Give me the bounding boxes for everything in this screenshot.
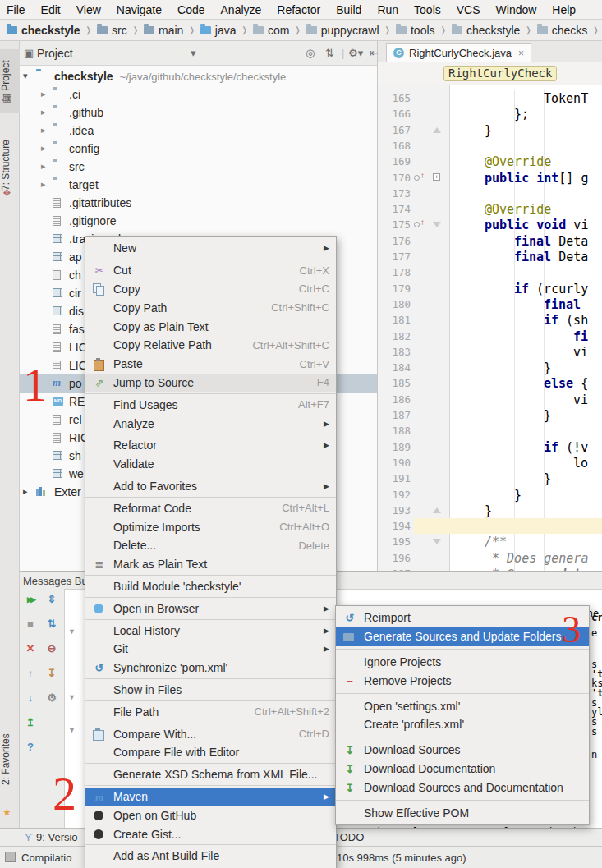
menu-item-maven[interactable]: mMaven▶ <box>85 788 336 806</box>
menu-item-mark-as-plain-text[interactable]: ≣Mark as Plain Text <box>85 555 336 574</box>
code-line-184[interactable]: 184} <box>378 360 602 375</box>
code-line-169[interactable]: 169@Override <box>378 154 602 169</box>
tree-row--gitattributes[interactable]: .gitattributes <box>20 194 377 212</box>
menubar-item-tools[interactable]: Tools <box>414 3 441 16</box>
menubar-item-code[interactable]: Code <box>177 3 204 16</box>
menu-item-show-effective-pom[interactable]: Show Effective POM <box>336 803 589 822</box>
tree-expand-icon[interactable]: ▸ <box>41 179 46 190</box>
fold-arrow-icon[interactable]: ▼ <box>68 726 76 734</box>
code-line-195[interactable]: 195/** <box>378 534 602 549</box>
tree-row--github[interactable]: ▸.github <box>20 103 377 122</box>
menu-item-open-settings-xml-[interactable]: Open 'settings.xml' <box>336 696 589 715</box>
breadcrumb-item-puppycrawl[interactable]: puppycrawl <box>305 24 381 37</box>
down-icon[interactable]: ↓ <box>23 691 38 705</box>
menu-item-generate-sources-and-update-folders[interactable]: Generate Sources and Update Folders <box>336 627 589 646</box>
code-line-180[interactable]: 180final <box>378 296 602 312</box>
fold-arrow-icon[interactable]: ▼ <box>68 627 76 636</box>
menubar-item-help[interactable]: Help <box>552 3 576 16</box>
gear-icon[interactable]: ⚙▾ <box>348 47 363 59</box>
menubar-item-window[interactable]: Window <box>496 3 537 16</box>
locate-icon[interactable]: ◎ <box>306 47 315 59</box>
tree-expand-icon[interactable]: ▸ <box>41 89 46 99</box>
menu-item-git[interactable]: Git▶ <box>85 640 336 659</box>
menu-item-local-history[interactable]: Local History▶ <box>85 621 336 640</box>
sidebar-tab-2-favorites[interactable]: 2: Favorites <box>0 723 20 797</box>
menu-item-open-in-browser[interactable]: Open in Browser▶ <box>85 599 336 618</box>
breadcrumb-item-checkstyle[interactable]: checkstyle <box>5 24 82 37</box>
tree-row-checkstyle[interactable]: ▾checkstyle~/java/github/checkstyle/chec… <box>20 67 377 85</box>
expand-all-icon[interactable]: ⇕ <box>44 592 59 607</box>
fold-marker-icon[interactable]: + <box>433 173 440 181</box>
tree-row-config[interactable]: ▸config <box>20 140 377 158</box>
breadcrumb-item-checks[interactable]: checks <box>535 24 590 37</box>
code-line-192[interactable]: 192} <box>378 487 602 503</box>
breadcrumb-item-main[interactable]: main <box>142 24 185 37</box>
code-line-177[interactable]: 177final Deta <box>378 249 602 264</box>
collapse-all-icon[interactable]: ⇅ <box>325 47 334 59</box>
code-line-196[interactable]: 196 * Does genera <box>378 550 602 566</box>
close-icon[interactable]: × <box>518 48 524 59</box>
code-line-188[interactable]: 188 <box>378 423 602 439</box>
menu-item-create-profiles-xml-[interactable]: Create 'profiles.xml' <box>336 715 589 734</box>
code-line-189[interactable]: 189if (!v <box>378 439 602 455</box>
menubar-item-build[interactable]: Build <box>336 3 361 16</box>
chevron-down-icon[interactable]: ▾ <box>191 47 196 59</box>
tab-todo[interactable]: TODO <box>333 831 364 843</box>
help-icon[interactable]: ? <box>23 740 38 755</box>
menu-item-validate[interactable]: Validate <box>85 455 336 474</box>
fold-marker-icon[interactable] <box>433 507 441 513</box>
menu-item-copy[interactable]: CopyCtrl+C <box>85 280 336 299</box>
breadcrumb-item-src[interactable]: src <box>95 24 129 37</box>
menubar-item-navigate[interactable]: Navigate <box>117 3 162 16</box>
code-line-173[interactable]: 173 <box>378 186 602 201</box>
tree-expand-icon[interactable]: ▾ <box>23 71 28 81</box>
import-icon[interactable]: ↧ <box>44 666 59 681</box>
menu-item-generate-xsd-schema-from-xml-file-[interactable]: Generate XSD Schema from XML File... <box>85 765 336 784</box>
up-icon[interactable]: ↑ <box>23 666 38 681</box>
menu-item-copy-path[interactable]: Copy PathCtrl+Shift+C <box>85 298 336 317</box>
suspend-icon[interactable]: ⊖ <box>44 641 59 656</box>
tree-row-target[interactable]: ▸target <box>20 176 377 194</box>
code-line-190[interactable]: 190lo <box>378 455 602 471</box>
menu-item-reformat-code[interactable]: Reformat CodeCtrl+Alt+L <box>85 498 336 517</box>
menubar-item-analyze[interactable]: Analyze <box>221 3 262 16</box>
menu-item-compare-with-[interactable]: Compare With...Ctrl+D <box>85 724 336 743</box>
code-line-194[interactable]: 194 <box>378 518 602 534</box>
code-line-187[interactable]: 187} <box>378 407 602 423</box>
menu-item-ignore-projects[interactable]: Ignore Projects <box>336 653 589 672</box>
code-line-168[interactable]: 168 <box>378 138 602 154</box>
menu-item-jump-to-source[interactable]: ⇗Jump to SourceF4 <box>85 374 336 393</box>
menu-item-add-to-favorites[interactable]: Add to Favorites▶ <box>85 477 336 496</box>
menu-item-open-on-github[interactable]: Open on GitHub <box>85 806 336 824</box>
code-line-183[interactable]: 183vi <box>378 344 602 360</box>
fold-marker-icon[interactable] <box>433 127 441 133</box>
stop-icon[interactable]: ■ <box>23 617 38 631</box>
code-line-166[interactable]: 166}; <box>378 106 602 122</box>
tree-expand-icon[interactable]: ▸ <box>41 125 46 135</box>
close-icon[interactable]: ✕ <box>23 641 38 656</box>
tab-version-control[interactable]: 9: Versio <box>36 831 78 843</box>
tree-row--idea[interactable]: ▸.idea <box>20 122 377 140</box>
code-line-176[interactable]: 176final Deta <box>378 233 602 249</box>
menu-item-show-in-files[interactable]: Show in Files <box>85 681 336 700</box>
menu-item-copy-as-plain-text[interactable]: Copy as Plain Text <box>85 317 336 336</box>
menu-item-compare-file-with-editor[interactable]: Compare File with Editor <box>85 743 336 762</box>
menu-item-file-path[interactable]: File PathCtrl+Alt+Shift+2 <box>85 702 336 721</box>
menu-item-copy-relative-path[interactable]: Copy Relative PathCtrl+Alt+Shift+C <box>85 336 336 355</box>
breadcrumb-item-checkstyle[interactable]: checkstyle <box>450 24 522 37</box>
menu-item-download-sources-and-documentation[interactable]: ↧Download Sources and Documentation <box>336 778 589 797</box>
code-line-186[interactable]: 186vi <box>378 392 602 407</box>
tree-expand-icon[interactable]: ▸ <box>23 486 28 497</box>
settings-icon[interactable]: ⚙ <box>44 691 59 705</box>
menu-item-refactor[interactable]: Refactor▶ <box>85 436 336 455</box>
menu-item-paste[interactable]: PasteCtrl+V <box>85 355 336 374</box>
code-line-175[interactable]: 175↑public void vi <box>378 217 602 232</box>
tree-expand-icon[interactable]: ▸ <box>41 107 46 117</box>
fold-marker-icon[interactable] <box>433 539 441 544</box>
code-line-181[interactable]: 181if (sh <box>378 312 602 328</box>
code-line-165[interactable]: 165TokenT <box>378 90 602 106</box>
export-icon[interactable]: ↥ <box>23 715 38 730</box>
menu-item-delete-[interactable]: Delete...Delete <box>85 536 336 555</box>
menu-item-new[interactable]: New▶ <box>85 239 336 258</box>
code-line-174[interactable]: 174@Override <box>378 201 602 217</box>
